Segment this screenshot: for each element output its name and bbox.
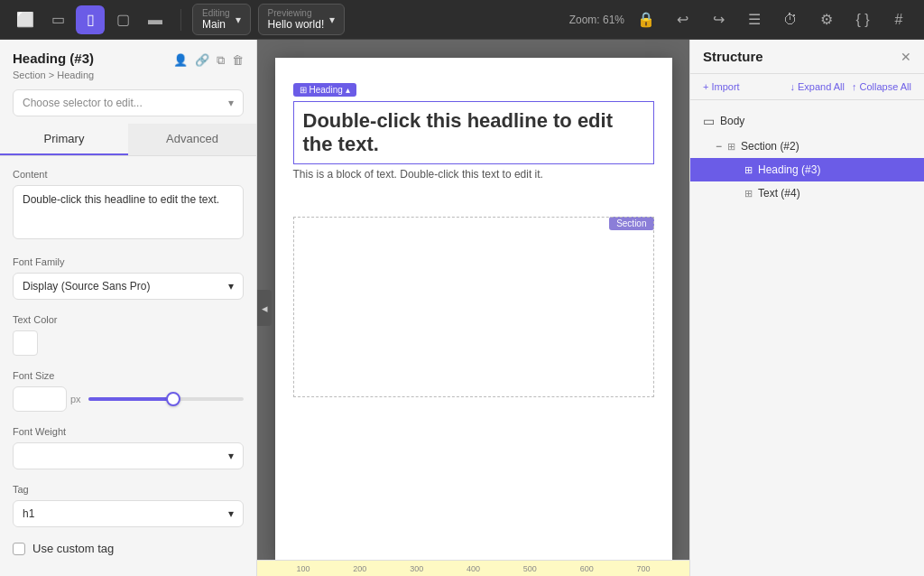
heading-badge-icon: ⊞ <box>300 85 307 95</box>
ruler-mark-700: 700 <box>615 564 672 573</box>
font-family-label: Font Family <box>13 256 244 267</box>
tablet-icon[interactable]: ▭ <box>43 5 72 34</box>
zoom-label: Zoom: 61% <box>569 14 624 26</box>
left-collapse-btn[interactable]: ◂ <box>257 290 272 326</box>
undo-icon[interactable]: ↩ <box>668 5 697 34</box>
toolbar-right: Zoom: 61% 🔒 ↩ ↪ ☰ ⏱ ⚙ { } # <box>569 5 913 34</box>
ruler-mark-100: 100 <box>275 564 332 573</box>
canvas-body-text[interactable]: This is a block of text. Double-click th… <box>293 168 654 181</box>
left-panel: Heading (#3) 👤 🔗 ⧉ 🗑 Section > Heading C… <box>0 40 257 576</box>
chevron-down-icon2: ▾ <box>329 14 335 26</box>
user-icon[interactable]: 👤 <box>173 53 188 68</box>
previewing-dropdown[interactable]: Previewing Hello world! ▾ <box>258 4 346 35</box>
slider-fill <box>88 397 174 401</box>
slider-track <box>88 397 244 401</box>
editing-dropdown[interactable]: Editing Main ▾ <box>192 4 251 35</box>
heading3-label: Heading (#3) <box>758 163 820 176</box>
tabs: Primary Advanced <box>0 124 256 156</box>
tree-item-text4[interactable]: ⊞ Text (#4) <box>690 181 924 205</box>
chevron-down-icon: ▾ <box>236 14 241 26</box>
previewing-label: Previewing <box>268 8 325 18</box>
frame-icon[interactable]: ▢ <box>108 5 137 34</box>
lock-icon[interactable]: 🔒 <box>632 5 661 34</box>
breadcrumb: Section > Heading <box>13 70 244 80</box>
color-swatch[interactable] <box>13 330 38 356</box>
structure-tree: ▭ Body − ⊞ Section (#2) ⊞ Heading (#3) ⊞… <box>690 100 924 576</box>
tree-expand-section2: − <box>716 140 722 153</box>
clock-icon[interactable]: ⏱ <box>776 5 805 34</box>
font-size-slider[interactable] <box>88 390 244 408</box>
settings-icon[interactable]: ⚙ <box>812 5 841 34</box>
font-size-input[interactable] <box>13 386 67 412</box>
history-icon[interactable]: ☰ <box>740 5 769 34</box>
custom-tag-checkbox[interactable] <box>13 543 25 555</box>
panel-actions: ✕ <box>901 50 911 64</box>
toolbar: ⬜ ▭ ▯ ▢ ▬ Editing Main ▾ Previewing Hell… <box>0 0 924 40</box>
editing-value: Main <box>202 18 230 31</box>
heading-block[interactable]: Double-click this headline to edit the t… <box>293 101 654 164</box>
font-weight-field-group: Font Weight ▾ <box>13 426 244 469</box>
font-weight-select[interactable]: ▾ <box>13 442 244 469</box>
text-color-label: Text Color <box>13 314 244 325</box>
content-label: Content <box>13 169 244 180</box>
font-weight-label: Font Weight <box>13 426 244 437</box>
selector-dropdown[interactable]: Choose selector to edit... ▾ <box>13 89 244 116</box>
ruler-mark-300: 300 <box>388 564 445 573</box>
tree-item-heading3[interactable]: ⊞ Heading (#3) <box>690 158 924 181</box>
chevron-down-icon4: ▾ <box>228 280 234 293</box>
import-btn[interactable]: + Import <box>703 81 740 92</box>
chevron-down-icon6: ▾ <box>228 507 234 520</box>
device-switcher: ⬜ ▭ ▯ ▢ ▬ <box>11 5 170 34</box>
delete-icon[interactable]: 🗑 <box>232 53 244 68</box>
ruler-mark-500: 500 <box>502 564 559 573</box>
heading-text[interactable]: Double-click this headline to edit the t… <box>303 109 644 156</box>
redo-icon[interactable]: ↪ <box>704 5 733 34</box>
canvas: ⊞ Heading ▴ Double-click this headline t… <box>275 58 672 560</box>
phone-icon[interactable]: ▯ <box>76 5 105 34</box>
tag-select[interactable]: h1 ▾ <box>13 500 244 527</box>
content-field-group: Content Double-click this headline to ed… <box>13 169 244 242</box>
dashed-section <box>293 217 654 397</box>
divider1 <box>180 9 181 31</box>
chevron-down-icon3: ▾ <box>228 97 234 109</box>
font-family-field-group: Font Family Display (Source Sans Pro) ▾ <box>13 256 244 300</box>
font-size-field-group: Font Size px <box>13 370 244 412</box>
collapse-all-btn[interactable]: ↑ Collapse All <box>852 81 911 92</box>
right-panel-header: Structure ✕ <box>690 40 924 74</box>
left-panel-header: Heading (#3) 👤 🔗 ⧉ 🗑 Section > Heading C… <box>0 40 256 124</box>
grid-icon[interactable]: # <box>884 5 913 34</box>
text4-label: Text (#4) <box>758 187 800 200</box>
text4-icon: ⊞ <box>744 188 753 200</box>
font-family-select[interactable]: Display (Source Sans Pro) ▾ <box>13 273 244 300</box>
left-panel-content: Content Double-click this headline to ed… <box>0 156 256 576</box>
font-family-value: Display (Source Sans Pro) <box>23 280 150 293</box>
heading-badge: ⊞ Heading ▴ <box>293 83 356 97</box>
mobile2-icon[interactable]: ▬ <box>141 5 170 34</box>
expand-all-btn[interactable]: ↓ Expand All <box>790 81 845 92</box>
custom-tag-label: Use custom tag <box>32 542 114 555</box>
section2-icon: ⊞ <box>727 141 735 153</box>
chevron-down-icon5: ▾ <box>228 450 234 462</box>
right-panel-title: Structure <box>703 49 763 64</box>
code-icon[interactable]: { } <box>848 5 877 34</box>
tab-primary[interactable]: Primary <box>0 124 128 155</box>
font-size-label: Font Size <box>13 370 244 381</box>
previewing-value: Hello world! <box>268 18 325 31</box>
copy-icon[interactable]: ⧉ <box>217 53 225 68</box>
content-textarea[interactable]: Double-click this headline to edit the t… <box>13 185 244 239</box>
main-layout: Heading (#3) 👤 🔗 ⧉ 🗑 Section > Heading C… <box>0 40 924 576</box>
heading3-icon: ⊞ <box>744 164 753 176</box>
ruler-mark-200: 200 <box>331 564 388 573</box>
close-icon[interactable]: ✕ <box>901 50 911 64</box>
ruler-marks: 100 200 300 400 500 600 700 <box>275 564 672 573</box>
slider-thumb[interactable] <box>166 392 180 406</box>
canvas-area: ◂ ⊞ Heading ▴ Double-click this headline… <box>257 40 689 576</box>
tab-advanced[interactable]: Advanced <box>128 124 256 155</box>
canvas-wrapper: ⊞ Heading ▴ Double-click this headline t… <box>257 40 689 560</box>
selector-placeholder: Choose selector to edit... <box>23 97 143 109</box>
desktop-icon[interactable]: ⬜ <box>11 5 40 34</box>
custom-tag-row: Use custom tag <box>13 542 244 555</box>
link-icon[interactable]: 🔗 <box>195 53 209 68</box>
tree-item-section2[interactable]: − ⊞ Section (#2) <box>690 135 924 158</box>
heading-badge-label: Heading <box>310 85 343 95</box>
